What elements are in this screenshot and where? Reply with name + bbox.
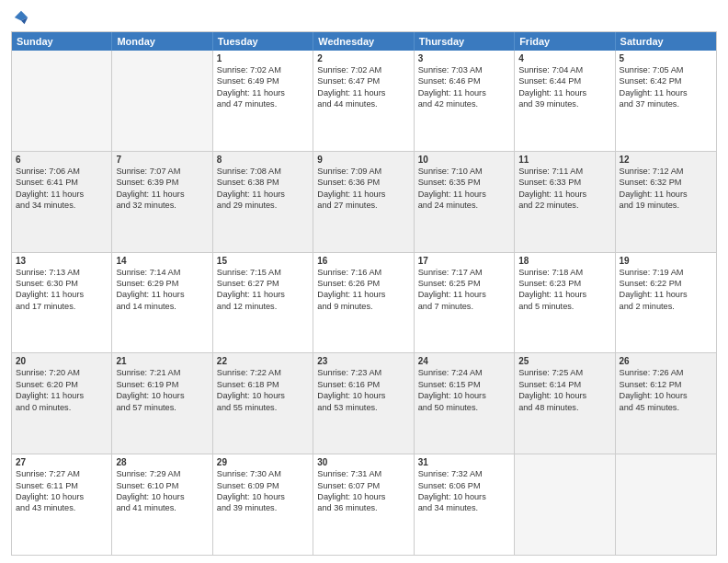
cell-info-line: Sunset: 6:18 PM <box>217 379 309 390</box>
cell-info-line: Sunset: 6:41 PM <box>16 177 108 188</box>
cell-info-line: Sunrise: 7:32 AM <box>418 468 510 479</box>
header <box>11 9 717 26</box>
cell-info-line: Sunset: 6:42 PM <box>620 75 712 86</box>
cell-info-line: Sunrise: 7:16 AM <box>317 267 409 278</box>
day-number: 6 <box>16 155 108 165</box>
cell-info-line: Sunrise: 7:30 AM <box>217 468 309 479</box>
cell-info-line: and 32 minutes. <box>116 200 208 211</box>
day-number: 15 <box>217 256 309 266</box>
cell-info-line: Sunset: 6:07 PM <box>317 480 409 491</box>
cell-info-line: Sunset: 6:11 PM <box>16 480 108 491</box>
cell-info-line: Daylight: 11 hours <box>620 189 712 200</box>
cell-info-line: Sunset: 6:14 PM <box>518 379 610 390</box>
cell-info-line: Daylight: 10 hours <box>317 491 409 502</box>
cell-info-line: and 39 minutes. <box>518 98 610 109</box>
cell-info-line: and 7 minutes. <box>418 301 510 312</box>
cell-info-line: and 42 minutes. <box>418 98 510 109</box>
day-number: 31 <box>418 457 510 467</box>
cell-info-line: Daylight: 11 hours <box>620 87 712 98</box>
cell-info-line: Sunrise: 7:22 AM <box>217 367 309 378</box>
cell-info-line: Daylight: 10 hours <box>217 390 309 401</box>
cell-info-line: and 53 minutes. <box>317 402 409 413</box>
cell-info-line: and 29 minutes. <box>217 200 309 211</box>
cell-info-line: Daylight: 11 hours <box>317 87 409 98</box>
cell-info-line: Sunrise: 7:20 AM <box>16 367 108 378</box>
cell-info-line: Sunset: 6:39 PM <box>116 177 208 188</box>
cell-info-line: Daylight: 11 hours <box>418 189 510 200</box>
cell-info-line: Sunset: 6:35 PM <box>418 177 510 188</box>
logo <box>11 9 29 26</box>
cell-info-line: Sunset: 6:27 PM <box>217 278 309 289</box>
cell-info-line: Sunrise: 7:03 AM <box>418 64 510 75</box>
calendar-cell: 3Sunrise: 7:03 AMSunset: 6:46 PMDaylight… <box>415 51 515 151</box>
cell-info-line: and 2 minutes. <box>620 301 712 312</box>
cell-info-line: Daylight: 10 hours <box>620 390 712 401</box>
cell-info-line: Sunset: 6:06 PM <box>418 480 510 491</box>
cell-info-line: Sunset: 6:25 PM <box>418 278 510 289</box>
calendar-cell: 5Sunrise: 7:05 AMSunset: 6:42 PMDaylight… <box>616 51 716 151</box>
cell-info-line: Daylight: 11 hours <box>116 289 208 300</box>
calendar-cell: 8Sunrise: 7:08 AMSunset: 6:38 PMDaylight… <box>213 152 313 252</box>
calendar-header-cell: Tuesday <box>213 32 313 51</box>
cell-info-line: Sunrise: 7:06 AM <box>16 166 108 177</box>
day-number: 9 <box>317 155 409 165</box>
cell-info-line: Daylight: 10 hours <box>116 491 208 502</box>
calendar-cell: 9Sunrise: 7:09 AMSunset: 6:36 PMDaylight… <box>313 152 414 252</box>
cell-info-line: and 0 minutes. <box>16 402 108 413</box>
cell-info-line: and 27 minutes. <box>317 200 409 211</box>
day-number: 3 <box>418 53 510 63</box>
calendar-cell <box>616 454 716 555</box>
cell-info-line: Daylight: 10 hours <box>16 491 108 502</box>
day-number: 8 <box>217 155 309 165</box>
calendar-cell: 6Sunrise: 7:06 AMSunset: 6:41 PMDaylight… <box>12 152 112 252</box>
cell-info-line: Sunrise: 7:10 AM <box>418 166 510 177</box>
cell-info-line: Daylight: 11 hours <box>418 87 510 98</box>
cell-info-line: Daylight: 11 hours <box>217 189 309 200</box>
day-number: 22 <box>217 356 309 366</box>
cell-info-line: and 50 minutes. <box>418 402 510 413</box>
calendar-cell: 16Sunrise: 7:16 AMSunset: 6:26 PMDayligh… <box>313 253 414 353</box>
calendar-cell: 20Sunrise: 7:20 AMSunset: 6:20 PMDayligh… <box>12 353 112 454</box>
day-number: 7 <box>116 155 208 165</box>
calendar-cell: 31Sunrise: 7:32 AMSunset: 6:06 PMDayligh… <box>415 454 515 555</box>
calendar-cell <box>515 454 615 555</box>
cell-info-line: Sunrise: 7:24 AM <box>418 367 510 378</box>
day-number: 10 <box>418 155 510 165</box>
cell-info-line: and 44 minutes. <box>317 98 409 109</box>
cell-info-line: and 43 minutes. <box>16 502 108 513</box>
cell-info-line: Sunset: 6:36 PM <box>317 177 409 188</box>
calendar-cell: 21Sunrise: 7:21 AMSunset: 6:19 PMDayligh… <box>112 353 212 454</box>
calendar-cell: 26Sunrise: 7:26 AMSunset: 6:12 PMDayligh… <box>616 353 716 454</box>
cell-info-line: Sunrise: 7:05 AM <box>620 64 712 75</box>
cell-info-line: and 37 minutes. <box>620 98 712 109</box>
cell-info-line: Sunrise: 7:07 AM <box>116 166 208 177</box>
cell-info-line: Daylight: 10 hours <box>418 390 510 401</box>
cell-info-line: Sunrise: 7:14 AM <box>116 267 208 278</box>
cell-info-line: and 19 minutes. <box>620 200 712 211</box>
cell-info-line: Sunset: 6:32 PM <box>620 177 712 188</box>
cell-info-line: Daylight: 10 hours <box>317 390 409 401</box>
cell-info-line: and 41 minutes. <box>116 502 208 513</box>
calendar-week-row: 1Sunrise: 7:02 AMSunset: 6:49 PMDaylight… <box>12 51 716 151</box>
cell-info-line: Sunrise: 7:02 AM <box>217 64 309 75</box>
cell-info-line: Daylight: 10 hours <box>518 390 610 401</box>
cell-info-line: Sunrise: 7:13 AM <box>16 267 108 278</box>
cell-info-line: Daylight: 11 hours <box>518 87 610 98</box>
day-number: 12 <box>620 155 712 165</box>
day-number: 26 <box>620 356 712 366</box>
cell-info-line: Sunset: 6:10 PM <box>116 480 208 491</box>
cell-info-line: Daylight: 11 hours <box>518 189 610 200</box>
cell-info-line: Daylight: 11 hours <box>16 189 108 200</box>
cell-info-line: and 55 minutes. <box>217 402 309 413</box>
cell-info-line: Daylight: 10 hours <box>217 491 309 502</box>
calendar-week-row: 27Sunrise: 7:27 AMSunset: 6:11 PMDayligh… <box>12 454 716 555</box>
calendar-cell: 14Sunrise: 7:14 AMSunset: 6:29 PMDayligh… <box>112 253 212 353</box>
cell-info-line: and 39 minutes. <box>217 502 309 513</box>
calendar-cell: 18Sunrise: 7:18 AMSunset: 6:23 PMDayligh… <box>515 253 615 353</box>
day-number: 21 <box>116 356 208 366</box>
cell-info-line: Daylight: 11 hours <box>620 289 712 300</box>
cell-info-line: Sunset: 6:12 PM <box>620 379 712 390</box>
cell-info-line: Sunset: 6:19 PM <box>116 379 208 390</box>
day-number: 19 <box>620 256 712 266</box>
cell-info-line: Sunrise: 7:25 AM <box>518 367 610 378</box>
